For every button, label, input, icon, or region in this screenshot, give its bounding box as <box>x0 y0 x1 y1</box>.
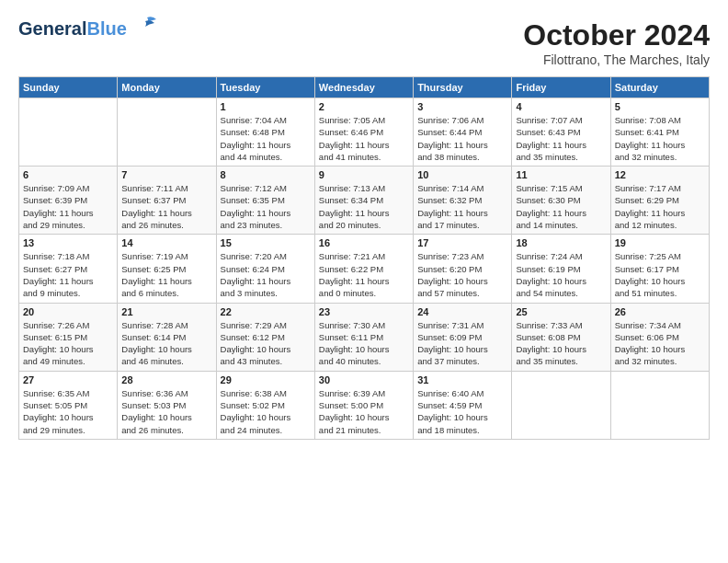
day-number: 31 <box>417 374 507 385</box>
weekday-header-row: SundayMondayTuesdayWednesdayThursdayFrid… <box>19 77 710 98</box>
day-number: 25 <box>516 306 606 317</box>
calendar-cell: 5Sunrise: 7:08 AM Sunset: 6:41 PM Daylig… <box>610 98 709 167</box>
day-info: Sunrise: 7:18 AM Sunset: 6:27 PM Dayligh… <box>23 250 113 299</box>
logo-blue: Blue <box>86 18 126 39</box>
month-title: October 2024 <box>523 18 710 52</box>
day-number: 3 <box>417 101 507 112</box>
day-info: Sunrise: 7:30 AM Sunset: 6:11 PM Dayligh… <box>319 319 409 368</box>
calendar-cell <box>19 98 118 167</box>
calendar-cell: 28Sunrise: 6:36 AM Sunset: 5:03 PM Dayli… <box>118 371 216 439</box>
day-info: Sunrise: 7:21 AM Sunset: 6:22 PM Dayligh… <box>319 250 409 299</box>
day-info: Sunrise: 7:20 AM Sunset: 6:24 PM Dayligh… <box>221 250 311 299</box>
day-number: 16 <box>319 237 409 248</box>
day-number: 13 <box>23 237 113 248</box>
calendar-cell: 9Sunrise: 7:13 AM Sunset: 6:34 PM Daylig… <box>314 167 413 235</box>
calendar-cell: 17Sunrise: 7:23 AM Sunset: 6:20 PM Dayli… <box>414 235 512 303</box>
day-info: Sunrise: 6:39 AM Sunset: 5:00 PM Dayligh… <box>319 387 409 436</box>
day-info: Sunrise: 7:29 AM Sunset: 6:12 PM Dayligh… <box>221 319 311 368</box>
logo-bird-icon <box>129 16 158 36</box>
day-info: Sunrise: 7:17 AM Sunset: 6:29 PM Dayligh… <box>615 182 705 231</box>
weekday-header-saturday: Saturday <box>610 77 709 98</box>
calendar-cell <box>610 371 709 439</box>
day-info: Sunrise: 7:08 AM Sunset: 6:41 PM Dayligh… <box>615 114 705 163</box>
calendar-cell: 10Sunrise: 7:14 AM Sunset: 6:32 PM Dayli… <box>414 167 512 235</box>
title-area: October 2024 Filottrano, The Marches, It… <box>523 18 710 67</box>
calendar-cell: 6Sunrise: 7:09 AM Sunset: 6:39 PM Daylig… <box>19 167 118 235</box>
calendar-cell: 25Sunrise: 7:33 AM Sunset: 6:08 PM Dayli… <box>512 303 610 371</box>
calendar-cell: 4Sunrise: 7:07 AM Sunset: 6:43 PM Daylig… <box>512 98 610 167</box>
calendar-cell: 29Sunrise: 6:38 AM Sunset: 5:02 PM Dayli… <box>216 371 314 439</box>
day-info: Sunrise: 7:06 AM Sunset: 6:44 PM Dayligh… <box>417 114 507 163</box>
day-number: 2 <box>319 101 409 112</box>
day-info: Sunrise: 7:04 AM Sunset: 6:48 PM Dayligh… <box>221 114 311 163</box>
calendar-week-row: 20Sunrise: 7:26 AM Sunset: 6:15 PM Dayli… <box>19 303 710 371</box>
day-info: Sunrise: 7:07 AM Sunset: 6:43 PM Dayligh… <box>516 114 606 163</box>
day-number: 5 <box>615 101 705 112</box>
day-info: Sunrise: 6:36 AM Sunset: 5:03 PM Dayligh… <box>121 387 211 436</box>
calendar-cell: 26Sunrise: 7:34 AM Sunset: 6:06 PM Dayli… <box>610 303 709 371</box>
day-number: 29 <box>221 374 311 385</box>
day-info: Sunrise: 6:40 AM Sunset: 4:59 PM Dayligh… <box>417 387 507 436</box>
day-number: 8 <box>221 169 311 180</box>
day-number: 11 <box>516 169 606 180</box>
calendar-week-row: 6Sunrise: 7:09 AM Sunset: 6:39 PM Daylig… <box>19 167 710 235</box>
calendar-week-row: 27Sunrise: 6:35 AM Sunset: 5:05 PM Dayli… <box>19 371 710 439</box>
day-info: Sunrise: 7:34 AM Sunset: 6:06 PM Dayligh… <box>615 319 705 368</box>
day-number: 4 <box>516 101 606 112</box>
day-number: 19 <box>615 237 705 248</box>
day-number: 14 <box>121 237 211 248</box>
calendar-cell: 8Sunrise: 7:12 AM Sunset: 6:35 PM Daylig… <box>216 167 314 235</box>
day-info: Sunrise: 7:11 AM Sunset: 6:37 PM Dayligh… <box>121 182 211 231</box>
day-info: Sunrise: 7:12 AM Sunset: 6:35 PM Dayligh… <box>221 182 311 231</box>
day-number: 23 <box>319 306 409 317</box>
day-info: Sunrise: 7:05 AM Sunset: 6:46 PM Dayligh… <box>319 114 409 163</box>
calendar-cell: 24Sunrise: 7:31 AM Sunset: 6:09 PM Dayli… <box>414 303 512 371</box>
day-number: 18 <box>516 237 606 248</box>
day-number: 7 <box>121 169 211 180</box>
location: Filottrano, The Marches, Italy <box>523 52 710 67</box>
day-info: Sunrise: 6:35 AM Sunset: 5:05 PM Dayligh… <box>23 387 113 436</box>
calendar-cell <box>118 98 216 167</box>
day-info: Sunrise: 7:33 AM Sunset: 6:08 PM Dayligh… <box>516 319 606 368</box>
calendar-cell: 7Sunrise: 7:11 AM Sunset: 6:37 PM Daylig… <box>118 167 216 235</box>
day-info: Sunrise: 7:09 AM Sunset: 6:39 PM Dayligh… <box>23 182 113 231</box>
calendar-cell: 31Sunrise: 6:40 AM Sunset: 4:59 PM Dayli… <box>414 371 512 439</box>
calendar-cell: 3Sunrise: 7:06 AM Sunset: 6:44 PM Daylig… <box>414 98 512 167</box>
logo: GeneralBlue <box>18 18 158 39</box>
page-header: GeneralBlue October 2024 Filottrano, The… <box>18 18 710 67</box>
day-info: Sunrise: 7:26 AM Sunset: 6:15 PM Dayligh… <box>23 319 113 368</box>
calendar-cell: 20Sunrise: 7:26 AM Sunset: 6:15 PM Dayli… <box>19 303 118 371</box>
day-number: 24 <box>417 306 507 317</box>
calendar-cell: 22Sunrise: 7:29 AM Sunset: 6:12 PM Dayli… <box>216 303 314 371</box>
calendar-cell: 30Sunrise: 6:39 AM Sunset: 5:00 PM Dayli… <box>314 371 413 439</box>
calendar-cell: 11Sunrise: 7:15 AM Sunset: 6:30 PM Dayli… <box>512 167 610 235</box>
day-info: Sunrise: 7:24 AM Sunset: 6:19 PM Dayligh… <box>516 250 606 299</box>
day-number: 27 <box>23 374 113 385</box>
calendar-cell: 1Sunrise: 7:04 AM Sunset: 6:48 PM Daylig… <box>216 98 314 167</box>
calendar-cell <box>512 371 610 439</box>
day-info: Sunrise: 7:19 AM Sunset: 6:25 PM Dayligh… <box>121 250 211 299</box>
day-info: Sunrise: 7:15 AM Sunset: 6:30 PM Dayligh… <box>516 182 606 231</box>
day-number: 26 <box>615 306 705 317</box>
day-number: 30 <box>319 374 409 385</box>
calendar-cell: 19Sunrise: 7:25 AM Sunset: 6:17 PM Dayli… <box>610 235 709 303</box>
calendar-cell: 2Sunrise: 7:05 AM Sunset: 6:46 PM Daylig… <box>314 98 413 167</box>
calendar-cell: 18Sunrise: 7:24 AM Sunset: 6:19 PM Dayli… <box>512 235 610 303</box>
day-number: 12 <box>615 169 705 180</box>
day-info: Sunrise: 7:14 AM Sunset: 6:32 PM Dayligh… <box>417 182 507 231</box>
weekday-header-friday: Friday <box>512 77 610 98</box>
calendar-cell: 27Sunrise: 6:35 AM Sunset: 5:05 PM Dayli… <box>19 371 118 439</box>
calendar-table: SundayMondayTuesdayWednesdayThursdayFrid… <box>18 76 710 440</box>
day-info: Sunrise: 6:38 AM Sunset: 5:02 PM Dayligh… <box>221 387 311 436</box>
day-number: 15 <box>221 237 311 248</box>
day-number: 17 <box>417 237 507 248</box>
weekday-header-wednesday: Wednesday <box>314 77 413 98</box>
calendar-cell: 12Sunrise: 7:17 AM Sunset: 6:29 PM Dayli… <box>610 167 709 235</box>
calendar-cell: 14Sunrise: 7:19 AM Sunset: 6:25 PM Dayli… <box>118 235 216 303</box>
day-info: Sunrise: 7:23 AM Sunset: 6:20 PM Dayligh… <box>417 250 507 299</box>
calendar-week-row: 1Sunrise: 7:04 AM Sunset: 6:48 PM Daylig… <box>19 98 710 167</box>
day-info: Sunrise: 7:13 AM Sunset: 6:34 PM Dayligh… <box>319 182 409 231</box>
day-info: Sunrise: 7:31 AM Sunset: 6:09 PM Dayligh… <box>417 319 507 368</box>
day-number: 6 <box>23 169 113 180</box>
day-number: 28 <box>121 374 211 385</box>
